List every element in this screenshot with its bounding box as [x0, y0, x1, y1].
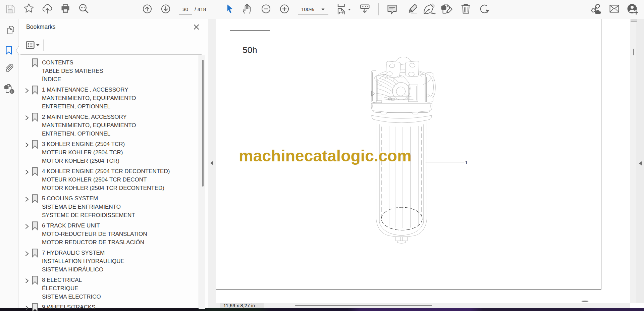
svg-text:1: 1	[465, 159, 468, 165]
